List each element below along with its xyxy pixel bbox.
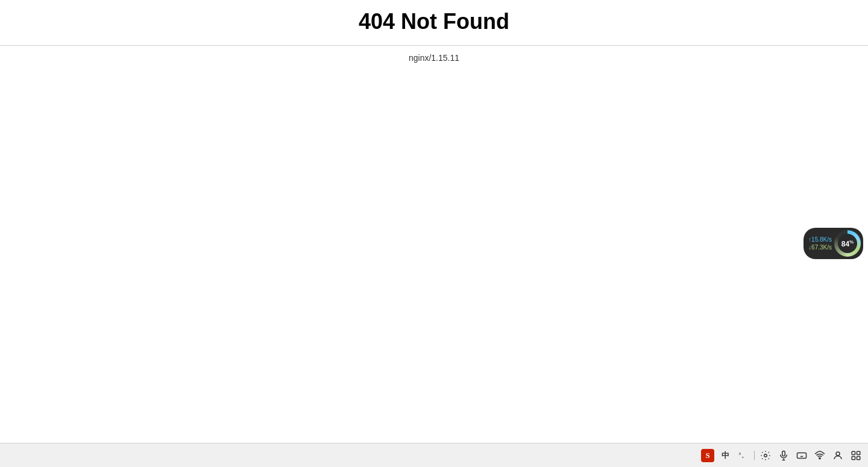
cpu-percent: 84% xyxy=(841,239,854,248)
upload-speed: ↑15.8K/s xyxy=(808,236,832,243)
download-speed: ↓67.3K/s xyxy=(808,244,832,251)
taskbar: S 中 °。 xyxy=(0,443,868,467)
cpu-gauge-inner: 84% xyxy=(838,234,857,253)
svg-point-11 xyxy=(836,452,840,456)
keyboard-tray-icon[interactable] xyxy=(794,448,809,463)
server-info: nginx/1.15.11 xyxy=(0,53,868,63)
tray-separator-1 xyxy=(754,451,755,460)
svg-rect-13 xyxy=(857,451,860,454)
microphone-tray-icon[interactable] xyxy=(776,448,791,463)
settings-tray-icon[interactable] xyxy=(758,448,773,463)
svg-point-10 xyxy=(819,457,820,459)
user-tray-icon[interactable] xyxy=(831,448,845,463)
ime-chinese-icon[interactable]: 中 xyxy=(718,448,732,463)
main-content: 404 Not Found nginx/1.15.11 xyxy=(0,0,868,63)
divider xyxy=(0,45,868,46)
cpu-gauge[interactable]: 84% xyxy=(834,230,861,257)
svg-point-0 xyxy=(764,454,767,457)
svg-rect-1 xyxy=(782,451,785,456)
sogou-ime-icon[interactable]: S xyxy=(701,449,714,462)
apps-tray-icon[interactable] xyxy=(849,448,863,463)
svg-rect-15 xyxy=(857,456,860,459)
svg-rect-12 xyxy=(852,451,855,454)
ime-punctuation-icon[interactable]: °。 xyxy=(736,448,750,463)
svg-rect-2 xyxy=(797,453,807,458)
error-title: 404 Not Found xyxy=(0,9,868,34)
network-tray-icon[interactable] xyxy=(813,448,827,463)
svg-rect-14 xyxy=(852,456,855,459)
network-speeds: ↑15.8K/s ↓67.3K/s xyxy=(808,236,832,251)
network-widget[interactable]: ↑15.8K/s ↓67.3K/s 84% xyxy=(804,228,863,259)
